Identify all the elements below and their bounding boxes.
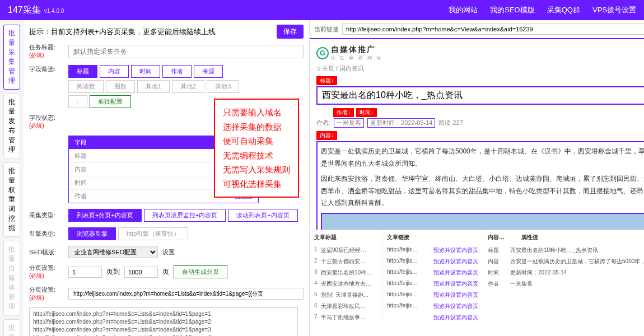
current-url-label: 当前链接 [314,25,339,34]
table-row[interactable]: http://feijis…预览并设置内容页 [387,267,478,278]
table-row[interactable]: 5别别! 天津直接跑… [314,290,377,301]
status-label: 字段状态: (必填) [29,114,64,130]
auto-paging-button[interactable]: 自动生成分页 [174,265,227,278]
table-row[interactable]: 7半马丁凯继故事… [314,312,377,322]
table-row[interactable]: 2十三朝古都西安… [314,256,377,267]
page-to-input[interactable] [124,267,158,278]
logo-text: 自媒体推广 [331,45,382,55]
table-row[interactable]: 6天津喜彩玲改民… [314,301,377,312]
table-row[interactable]: 3西安最出名的10种… [314,267,377,278]
highlight-title-tag[interactable]: 标题↓ [316,76,337,85]
meta-time[interactable]: 更新时间：2022-05-14 [367,118,435,128]
page2-label: 分页设置: (必填) [29,286,64,302]
engine-label: 引擎类型: [29,230,64,238]
filter-tag-图数[interactable]: 图数 [106,80,135,93]
seo-label: SEO模版: [29,248,64,256]
table-row[interactable]: http://feijis…预览并设置内容页 [387,245,478,256]
filter-tag-阅读数[interactable]: 阅读数 [68,80,104,93]
seo-template-select[interactable]: 企业官网维修SEO配置 [68,246,158,258]
filter-tag-内容[interactable]: 内容 [100,65,129,78]
article-body[interactable]: 西安是一处载满历史的卫星城，它横跨了每边5000年，是十四朝名城。在《汉书》中，… [316,141,644,230]
app-version: v1.4.0.0 [44,8,64,14]
table-row[interactable]: http://feijis…预览并设置内容页 [387,290,478,301]
page-label: 分页设置: (必填) [29,264,64,280]
seo-set-link[interactable]: 设置 [162,248,175,256]
current-url-input[interactable] [342,24,644,35]
filter-tag-标题[interactable]: 标题 [68,65,97,78]
filter-minus[interactable]: - [68,95,87,108]
logo-icon: G [316,47,329,59]
task-label: 任务标题: (必填) [29,43,64,59]
sidebar-item-2[interactable]: 批量权重词挖掘 [3,162,20,237]
nav-qq-group[interactable]: 采集QQ群 [547,5,580,15]
feature-callout: 只需要输入域名选择采集的数据便可自动采集无需编程技术无需写入采集规则可视化选择采… [214,99,299,198]
table-row[interactable]: http://feijis…预览并设置内容页 [387,278,478,290]
prop-row: 时间更新时间：2022-05-14 [488,267,644,278]
prop-row: 标题西安最出名的10种小吃，_热点资讯 [488,245,644,256]
engine-opt-1[interactable]: http引擎（速度快） [118,227,188,240]
task-title-input[interactable] [68,45,304,58]
article-image [321,213,644,230]
tip-text: 提示：目前支持列表+内容页采集，更多更能后续陆续上线 [29,27,216,37]
collect-type-label: 采集类型: [29,211,64,220]
table-row[interactable]: 1这届90后已经经… [314,245,377,256]
engine-opt-0[interactable]: 浏览器引擎 [68,227,116,240]
app-header: 147采集 v1.4.0.0 我的网站 我的SEO模版 采集QQ群 VPS拨号设… [0,0,644,20]
filter-tag-来源[interactable]: 来源 [194,65,223,78]
collect-opt-2[interactable]: 滚动列表页+内容页 [228,209,297,222]
table-row[interactable]: http://feijis…预览并设置内容页 [387,256,478,267]
table-row[interactable]: 预览并设置内容页 [387,312,478,322]
article-title[interactable]: 西安最出名的10种小吃，_热点资讯 [316,86,644,105]
bottom-data-tables: 文章标题 1这届90后已经经…2十三朝古都西安…3西安最出名的10种…4去西安这… [310,230,644,322]
sidebar-item-4[interactable]: 批量短视频管理 [3,319,20,336]
page-from-input[interactable] [68,267,102,278]
header-nav: 我的网站 我的SEO模版 采集QQ群 VPS拨号设置 [449,5,636,15]
filter-tag-时间[interactable]: 时间 [131,65,160,78]
filter-tag-其他1[interactable]: 其他1 [137,80,170,93]
filter-tag-其他2[interactable]: 其他2 [172,80,204,93]
table-row[interactable]: 4去西安这些地方去… [314,278,377,290]
filter-preconfig[interactable]: 前往配置 [90,95,131,108]
meta-read: 阅读 227 [438,119,463,127]
app-title: 147采集 [8,4,41,16]
nav-vps[interactable]: VPS拨号设置 [592,5,636,15]
nav-seo-template[interactable]: 我的SEO模版 [490,5,534,15]
highlight-author-tag[interactable]: 作者↓ [333,108,354,117]
collect-opt-1[interactable]: 列表页滚屏监控+内容页 [144,209,226,222]
preview-panel: 当前链接 ≡ G 自媒体推广 让 世 界 看 到 你 ⌂ 主页 / 国内资讯 标… [309,20,644,336]
url-list-textarea[interactable]: http://feijiseo.com/index.php?m=home&c=L… [29,307,298,336]
paging-url-input[interactable] [68,288,304,300]
highlight-time-tag[interactable]: 时间↓ [356,108,377,117]
sidebar-item-1[interactable]: 批量发布管理 [3,94,20,158]
prop-row: 内容西安是一处载满历史的卫星城，它横跨了每边5000年，是十四朝名… [488,256,644,267]
filter-tag-作者[interactable]: 作者 [162,65,192,78]
logo-subtitle: 让 世 界 看 到 你 [331,55,382,61]
sidebar-item-3[interactable]: 批量自媒体管理 [3,241,20,315]
filter-tag-其他3[interactable]: 其他3 [207,80,239,93]
save-button[interactable]: 保存 [277,25,304,39]
nav-mysite[interactable]: 我的网站 [449,5,478,15]
filter-label: 字段筛选: [29,65,64,73]
sidebar-item-0[interactable]: 批量采集管理 [3,25,20,90]
table-row[interactable]: http://feijis…预览并设置内容页 [387,301,478,312]
highlight-content-tag[interactable]: 内容↓ [316,131,337,140]
collect-opt-0[interactable]: 列表页+分页+内容页 [68,209,142,222]
sidebar: 批量采集管理批量发布管理批量权重词挖掘批量自媒体管理批量短视频管理批量排名监控收… [0,20,24,336]
meta-author[interactable]: 一米集客 [334,118,364,128]
breadcrumb[interactable]: ⌂ 主页 / 国内资讯 [316,64,644,73]
prop-row: 作者一米集客 [488,278,644,290]
center-panel: 提示：目前支持列表+内容页采集，更多更能后续陆续上线 保存 任务标题: (必填)… [24,20,309,336]
